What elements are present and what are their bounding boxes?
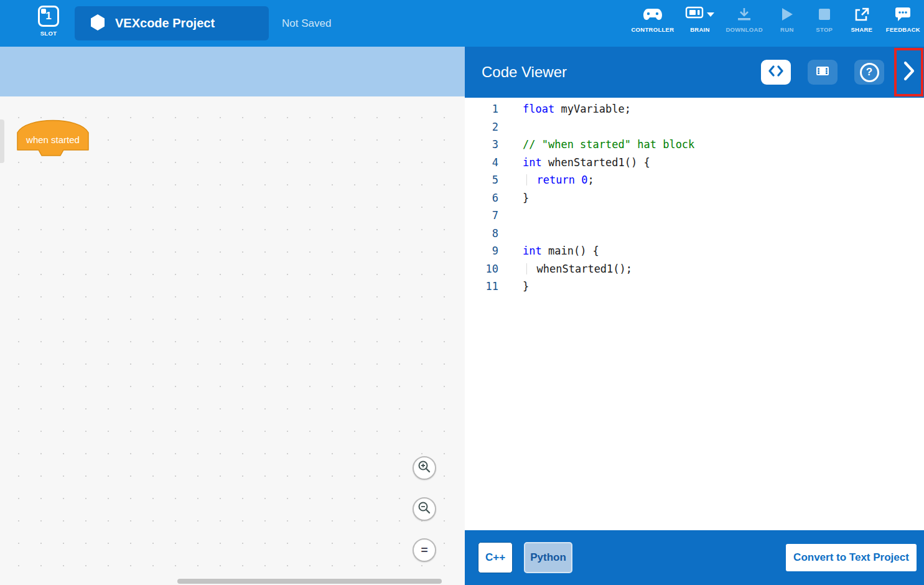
zoom-in-icon: [418, 460, 431, 476]
stop-button[interactable]: STOP: [811, 6, 838, 33]
code-viewer-header: Code Viewer ?: [465, 47, 924, 98]
run-button[interactable]: RUN: [774, 6, 800, 33]
slot-number: 1: [45, 10, 51, 22]
code-line: 7: [465, 207, 924, 225]
zoom-reset-button[interactable]: =: [413, 538, 436, 562]
controller-label: CONTROLLER: [631, 26, 674, 33]
share-label: SHARE: [851, 26, 872, 33]
cpp-tab[interactable]: C++: [478, 542, 513, 573]
line-number: 6: [465, 189, 498, 207]
code-line: 1float myVariable;: [465, 100, 924, 118]
line-content: int whenStarted1() {: [498, 154, 650, 172]
stop-label: STOP: [816, 26, 833, 33]
horizontal-scrollbar[interactable]: [177, 579, 442, 584]
python-tab[interactable]: Python: [524, 542, 572, 573]
share-button[interactable]: SHARE: [849, 6, 875, 33]
chevron-down-icon: [707, 12, 714, 17]
line-number: 1: [465, 100, 498, 118]
line-number: 5: [465, 171, 498, 189]
topbar: 1 SLOT VEXcode Project Not Saved CONTROL…: [0, 0, 924, 47]
download-icon: [736, 6, 752, 23]
line-number: 10: [465, 260, 498, 278]
line-number: 11: [465, 278, 498, 296]
download-label: DOWNLOAD: [726, 26, 762, 33]
line-content: [498, 225, 523, 243]
tutorials-button[interactable]: [808, 60, 838, 85]
code-line: 5return 0;: [465, 171, 924, 189]
line-number: 2: [465, 118, 498, 136]
line-number: 3: [465, 136, 498, 154]
gamepad-icon: [643, 6, 663, 23]
code-area[interactable]: 1float myVariable;23// "when started" ha…: [465, 98, 924, 530]
save-status: Not Saved: [282, 0, 331, 47]
help-icon: ?: [860, 63, 879, 82]
slot-icon: 1: [38, 6, 59, 27]
when-started-label: when started: [26, 134, 80, 145]
hexagon-icon: [90, 14, 106, 34]
line-content: int main() {: [498, 242, 599, 260]
film-icon: [816, 65, 829, 79]
line-number: 9: [465, 242, 498, 260]
convert-to-text-button[interactable]: Convert to Text Project: [785, 543, 918, 573]
play-icon: [780, 6, 794, 23]
code-lines: 1float myVariable;23// "when started" ha…: [465, 100, 924, 296]
download-button[interactable]: DOWNLOAD: [726, 6, 762, 33]
code-viewer-header-icons: ?: [761, 47, 884, 98]
slot-corner-mark: [41, 9, 46, 14]
line-content: }: [498, 278, 529, 296]
line-number: 4: [465, 154, 498, 172]
zoom-reset-icon: =: [421, 543, 427, 557]
zoom-in-button[interactable]: [413, 456, 436, 480]
feedback-icon: [894, 6, 912, 23]
code-viewer-title: Code Viewer: [482, 63, 567, 81]
line-content: }: [498, 189, 529, 207]
project-name-button[interactable]: VEXcode Project: [75, 6, 269, 40]
line-content: [498, 207, 523, 225]
when-started-block[interactable]: when started: [16, 114, 90, 164]
topbar-actions: CONTROLLER BRAIN DOWNLOAD RUN: [631, 6, 920, 33]
line-content: [498, 118, 523, 136]
run-label: RUN: [780, 26, 793, 33]
toolbox-edge: [0, 119, 4, 163]
brain-button[interactable]: BRAIN: [685, 6, 714, 33]
code-line: 10whenStarted1();: [465, 260, 924, 278]
toolbox-band: [0, 47, 465, 96]
code-line: 8: [465, 225, 924, 243]
line-content: float myVariable;: [498, 100, 631, 118]
brain-label: BRAIN: [690, 26, 710, 33]
project-title: VEXcode Project: [115, 16, 215, 30]
share-icon: [854, 6, 870, 23]
slot-label: SLOT: [40, 30, 57, 37]
line-content: whenStarted1();: [498, 260, 632, 278]
slot-button[interactable]: 1 SLOT: [34, 6, 63, 37]
chevron-right-icon: [902, 60, 916, 84]
code-line: 6}: [465, 189, 924, 207]
stop-icon: [818, 6, 831, 23]
line-number: 7: [465, 207, 498, 225]
zoom-out-button[interactable]: [413, 497, 436, 521]
zoom-out-icon: [418, 501, 431, 517]
collapse-panel-button[interactable]: [894, 48, 923, 96]
code-line: 9int main() {: [465, 242, 924, 260]
code-line: 3// "when started" hat block: [465, 136, 924, 154]
feedback-label: FEEDBACK: [886, 26, 920, 33]
workspace-canvas[interactable]: when started =: [0, 96, 465, 585]
code-icon: [768, 65, 784, 80]
code-viewer-footer: C++ Python Convert to Text Project: [465, 530, 924, 585]
help-button[interactable]: ?: [854, 60, 884, 85]
code-line: 4int whenStarted1() {: [465, 154, 924, 172]
line-content: return 0;: [498, 171, 594, 189]
code-viewer-panel: Code Viewer ? 1float myVariable;23//: [465, 47, 924, 585]
line-content: // "when started" hat block: [498, 136, 694, 154]
line-number: 8: [465, 225, 498, 243]
feedback-button[interactable]: FEEDBACK: [886, 6, 920, 33]
code-line: 11}: [465, 278, 924, 296]
controller-button[interactable]: CONTROLLER: [631, 6, 674, 33]
brain-icon: [685, 6, 704, 22]
code-line: 2: [465, 118, 924, 136]
code-toggle-button[interactable]: [761, 60, 791, 85]
